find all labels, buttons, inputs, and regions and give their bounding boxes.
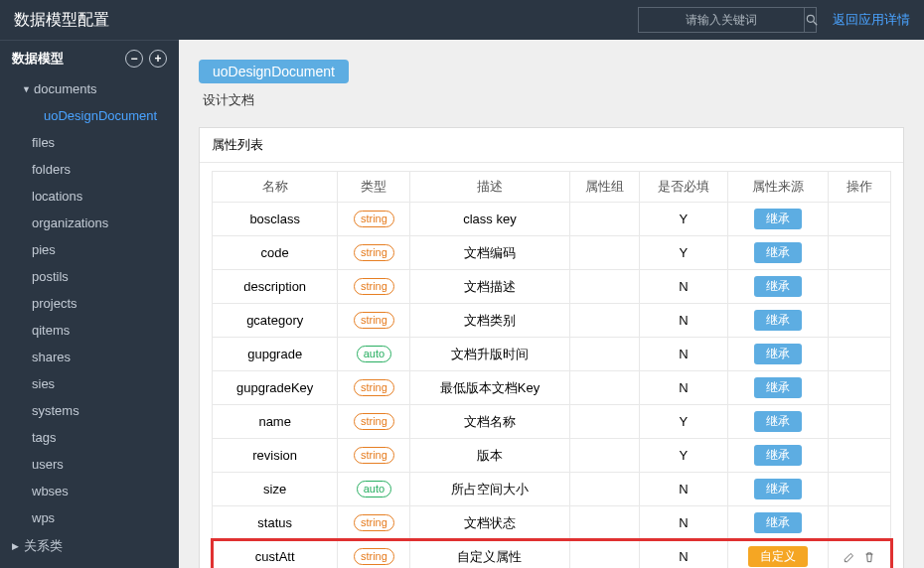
tree-item-sies[interactable]: sies — [0, 370, 179, 397]
chevron-right-icon: ▶ — [12, 541, 20, 551]
type-tag: string — [354, 312, 394, 329]
source-badge: 继承 — [754, 242, 802, 263]
top-bar: 数据模型配置 返回应用详情 — [0, 0, 924, 40]
source-badge: 继承 — [754, 445, 802, 466]
attribute-panel: 属性列表 名称类型描述属性组是否必填属性来源操作 bosclassstringc… — [199, 127, 904, 568]
type-tag: string — [354, 413, 394, 430]
type-tag: string — [354, 244, 394, 261]
source-badge: 继承 — [754, 512, 802, 533]
tree-item-folders[interactable]: folders — [0, 156, 179, 183]
column-header: 是否必填 — [639, 172, 727, 203]
type-tag: string — [354, 514, 394, 531]
column-header: 类型 — [338, 172, 410, 203]
back-link[interactable]: 返回应用详情 — [833, 11, 910, 29]
tree-item-tags[interactable]: tags — [0, 424, 179, 451]
table-row: custAttstring自定义属性N自定义 — [213, 540, 891, 569]
svg-line-1 — [814, 22, 818, 26]
source-badge: 继承 — [754, 377, 802, 398]
tree-item-shares[interactable]: shares — [0, 344, 179, 370]
model-subtitle: 设计文档 — [203, 91, 904, 109]
table-row: codestring文档编码Y继承 — [213, 236, 891, 270]
tree-item-locations[interactable]: locations — [0, 183, 179, 210]
tree-item-users[interactable]: users — [0, 451, 179, 478]
tree-item-wps[interactable]: wps — [0, 504, 179, 531]
search-input[interactable] — [639, 13, 804, 27]
type-tag: auto — [357, 346, 391, 362]
svg-point-0 — [807, 15, 814, 22]
sidebar-title: 数据模型 — [12, 50, 119, 68]
sidebar-header: 数据模型 − + — [0, 40, 179, 75]
main-panel: uoDesignDocument 设计文档 属性列表 名称类型描述属性组是否必填… — [179, 40, 924, 568]
type-tag: string — [354, 379, 394, 396]
table-row: revisionstring版本Y继承 — [213, 439, 891, 473]
tree-item-organizations[interactable]: organizations — [0, 210, 179, 236]
tree-item-postils[interactable]: postils — [0, 263, 179, 290]
tree-item-wbses[interactable]: wbses — [0, 478, 179, 504]
table-row: bosclassstringclass keyY继承 — [213, 203, 891, 236]
source-badge: 继承 — [754, 479, 802, 499]
type-tag: string — [354, 447, 394, 464]
sidebar: 数据模型 − + ▼ documents uoDesignDocument fi… — [0, 40, 179, 568]
panel-title: 属性列表 — [200, 128, 903, 163]
table-row: gupgradeauto文档升版时间N继承 — [213, 338, 891, 371]
tree-label: 关系类 — [24, 537, 63, 555]
collapse-icon[interactable]: − — [125, 50, 143, 68]
sidebar-tree: ▼ documents uoDesignDocument filesfolder… — [0, 75, 179, 568]
table-row: sizeauto所占空间大小N继承 — [213, 473, 891, 506]
type-tag: string — [354, 211, 394, 227]
source-badge: 继承 — [754, 310, 802, 331]
source-badge: 继承 — [754, 411, 802, 432]
search-box — [638, 7, 817, 33]
page-title: 数据模型配置 — [14, 10, 109, 31]
attribute-table: 名称类型描述属性组是否必填属性来源操作 bosclassstringclass … — [212, 171, 891, 568]
source-badge: 自定义 — [748, 546, 808, 567]
column-header: 名称 — [213, 172, 338, 203]
chevron-down-icon: ▼ — [22, 84, 30, 94]
column-header: 属性组 — [569, 172, 639, 203]
tree-root-documents[interactable]: ▼ documents — [0, 75, 179, 102]
table-row: gupgradeKeystring最低版本文档KeyN继承 — [213, 371, 891, 405]
add-icon[interactable]: + — [149, 50, 167, 68]
source-badge: 继承 — [754, 344, 802, 364]
model-name-badge: uoDesignDocument — [199, 60, 349, 83]
tree-item-projects[interactable]: projects — [0, 290, 179, 317]
column-header: 操作 — [829, 172, 891, 203]
table-row: statusstring文档状态N继承 — [213, 506, 891, 540]
type-tag: auto — [357, 481, 391, 497]
table-row: namestring文档名称Y继承 — [213, 405, 891, 439]
tree-item-systems[interactable]: systems — [0, 397, 179, 424]
tree-item-uodesigndocument[interactable]: uoDesignDocument — [0, 102, 179, 129]
tree-label: documents — [34, 81, 97, 96]
tree-item-files[interactable]: files — [0, 129, 179, 156]
tree-section-relations[interactable]: ▶ 关系类 — [0, 531, 179, 561]
type-tag: string — [354, 548, 394, 565]
delete-icon[interactable] — [862, 550, 876, 564]
search-icon[interactable] — [804, 7, 819, 33]
column-header: 属性来源 — [728, 172, 829, 203]
column-header: 描述 — [410, 172, 569, 203]
table-row: gcategorystring文档类别N继承 — [213, 304, 891, 338]
tree-item-pies[interactable]: pies — [0, 236, 179, 263]
source-badge: 继承 — [754, 276, 802, 297]
edit-icon[interactable] — [843, 550, 856, 564]
table-row: descriptionstring文档描述N继承 — [213, 270, 891, 304]
source-badge: 继承 — [754, 209, 802, 229]
tree-item-qitems[interactable]: qitems — [0, 317, 179, 344]
tree-label: uoDesignDocument — [44, 108, 157, 123]
type-tag: string — [354, 278, 394, 295]
